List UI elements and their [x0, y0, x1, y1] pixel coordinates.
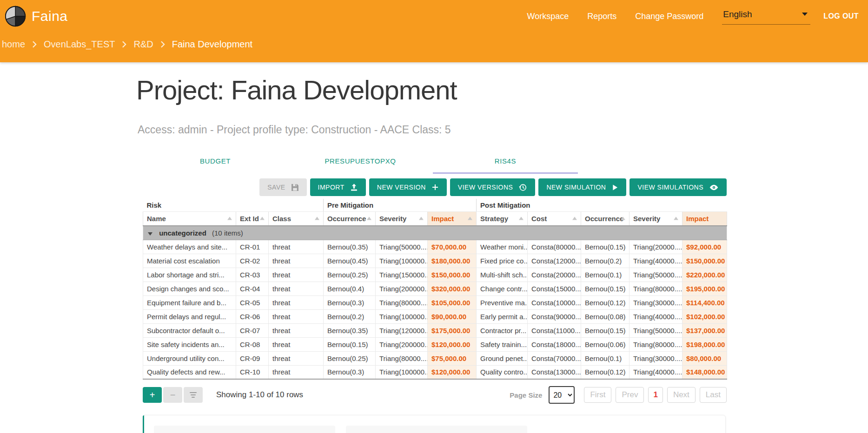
table-cell[interactable]: threat	[269, 254, 324, 268]
breadcrumb-ovenlabs[interactable]: OvenLabs_TEST	[44, 39, 115, 50]
table-cell[interactable]: $114,400.00	[682, 295, 727, 309]
table-cell[interactable]: CR-05	[236, 295, 269, 309]
sort-arrow-icon[interactable]	[260, 217, 265, 220]
table-cell[interactable]: Bernou(0.3)	[324, 365, 376, 379]
table-row[interactable]: Weather delays and site...CR-01threatBer…	[143, 240, 727, 254]
table-cell[interactable]: Consta(15000...	[528, 282, 581, 295]
breadcrumb-rd[interactable]: R&D	[133, 39, 153, 50]
table-cell[interactable]: $150,000.00	[682, 254, 727, 268]
column-header-7-cost[interactable]: Cost	[528, 211, 581, 226]
table-cell[interactable]: Contractor pr...	[477, 323, 528, 337]
table-cell[interactable]: threat	[269, 365, 324, 379]
table-cell[interactable]: $102,000.00	[682, 309, 727, 323]
table-cell[interactable]: Triang(50000....	[376, 240, 428, 254]
import-button[interactable]: IMPORT	[310, 178, 366, 196]
sort-arrow-icon[interactable]	[315, 217, 319, 220]
category-row[interactable]: uncategorized (10 items)	[143, 226, 727, 240]
table-cell[interactable]: CR-10	[236, 365, 269, 379]
table-row[interactable]: Labor shortage and stri...CR-03threatBer…	[143, 268, 727, 282]
table-cell[interactable]: Bernou(0.08)	[581, 309, 629, 323]
table-cell[interactable]: CR-01	[236, 240, 269, 254]
table-row[interactable]: Equipment failure and b...CR-05threatBer…	[143, 295, 727, 309]
new-version-button[interactable]: NEW VERSION	[369, 178, 447, 196]
collapse-caret-icon[interactable]	[148, 232, 152, 236]
table-cell[interactable]: Quality contro...	[477, 365, 528, 379]
page-size-select[interactable]: 20	[549, 386, 575, 404]
sort-arrow-icon[interactable]	[621, 217, 625, 220]
table-cell[interactable]: CR-07	[236, 323, 269, 337]
table-cell[interactable]: Triang(40000....	[629, 254, 682, 268]
table-cell[interactable]: Consta(80000....	[528, 240, 581, 254]
table-cell[interactable]: Site safety incidents an...	[143, 337, 236, 351]
table-cell[interactable]: threat	[269, 309, 324, 323]
table-cell[interactable]: threat	[269, 282, 324, 295]
table-cell[interactable]: Consta(12000...	[528, 254, 581, 268]
column-header-6-strategy[interactable]: Strategy	[477, 211, 528, 226]
table-cell[interactable]: threat	[269, 323, 324, 337]
table-cell[interactable]: Bernou(0.1)	[581, 351, 629, 365]
column-header-8-occurrence[interactable]: Occurrence	[581, 211, 629, 226]
table-cell[interactable]: CR-06	[236, 309, 269, 323]
table-cell[interactable]: Bernou(0.2)	[324, 309, 376, 323]
table-cell[interactable]: $80,000.00	[682, 351, 727, 365]
table-cell[interactable]: Triang(100000...	[376, 254, 428, 268]
table-cell[interactable]: Bernou(0.15)	[324, 337, 376, 351]
nav-workspace[interactable]: Workspace	[527, 12, 569, 21]
remove-row-button[interactable]: −	[163, 387, 182, 403]
language-select[interactable]: English	[722, 8, 810, 25]
table-cell[interactable]: Triang(200000...	[376, 337, 428, 351]
table-cell[interactable]: Bernou(0.12)	[581, 365, 629, 379]
add-row-button[interactable]: +	[143, 387, 162, 403]
nav-reports[interactable]: Reports	[587, 12, 616, 21]
nav-change-password[interactable]: Change Password	[635, 12, 703, 21]
table-cell[interactable]: threat	[269, 268, 324, 282]
table-row[interactable]: Subcontractor default o...CR-07threatBer…	[143, 323, 727, 337]
table-row[interactable]: Design changes and sco...CR-04threatBern…	[143, 282, 727, 295]
sort-arrow-icon[interactable]	[367, 217, 371, 220]
table-cell[interactable]: threat	[269, 295, 324, 309]
table-cell[interactable]: $150,000.00	[428, 268, 477, 282]
table-cell[interactable]: Consta(90000....	[528, 309, 581, 323]
tab-ris4s[interactable]: RIS4S	[433, 157, 578, 174]
table-cell[interactable]: Underground utility con...	[143, 351, 236, 365]
table-cell[interactable]: Bernou(0.1)	[581, 268, 629, 282]
column-header-9-severity[interactable]: Severity	[629, 211, 682, 226]
table-cell[interactable]: Triang(40000....	[629, 309, 682, 323]
sort-arrow-icon[interactable]	[519, 217, 523, 220]
column-header-0-name[interactable]: Name	[143, 211, 236, 226]
table-cell[interactable]: Design changes and sco...	[143, 282, 236, 295]
pagination-prev[interactable]: Prev	[616, 387, 644, 403]
table-cell[interactable]: CR-02	[236, 254, 269, 268]
table-cell[interactable]: Weather moni...	[477, 240, 528, 254]
table-cell[interactable]: Bernou(0.15)	[581, 282, 629, 295]
table-cell[interactable]: $220,000.00	[682, 268, 727, 282]
table-cell[interactable]: Triang(100000...	[376, 309, 428, 323]
table-cell[interactable]: Triang(30000....	[629, 295, 682, 309]
table-cell[interactable]: Bernou(0.35)	[324, 240, 376, 254]
table-cell[interactable]: CR-03	[236, 268, 269, 282]
table-cell[interactable]: threat	[269, 337, 324, 351]
table-cell[interactable]: threat	[269, 351, 324, 365]
sort-arrow-icon[interactable]	[572, 217, 577, 220]
table-cell[interactable]: Bernou(0.25)	[324, 268, 376, 282]
table-cell[interactable]: $195,000.00	[682, 282, 727, 295]
table-cell[interactable]: Triang(80000....	[629, 282, 682, 295]
view-simulations-button[interactable]: VIEW SIMULATIONS	[629, 178, 727, 196]
table-cell[interactable]: Bernou(0.06)	[581, 337, 629, 351]
table-cell[interactable]: Quality defects and rew...	[143, 365, 236, 379]
table-cell[interactable]: Bernou(0.2)	[581, 254, 629, 268]
view-versions-button[interactable]: VIEW VERSIONS	[450, 178, 536, 196]
table-cell[interactable]: Bernou(0.35)	[324, 323, 376, 337]
pagination-1[interactable]: 1	[648, 387, 663, 403]
table-cell[interactable]: CR-04	[236, 282, 269, 295]
table-cell[interactable]: Triang(200000...	[376, 282, 428, 295]
table-cell[interactable]: Triang(80000....	[376, 351, 428, 365]
table-cell[interactable]: Early permit a...	[477, 309, 528, 323]
table-cell[interactable]: Equipment failure and b...	[143, 295, 236, 309]
table-cell[interactable]: Material cost escalation	[143, 254, 236, 268]
list-options-button[interactable]	[184, 387, 203, 403]
table-cell[interactable]: $75,000.00	[428, 351, 477, 365]
table-cell[interactable]: Permit delays and regul...	[143, 309, 236, 323]
tab-budget[interactable]: BUDGET	[143, 157, 288, 174]
table-cell[interactable]: Consta(20000...	[528, 268, 581, 282]
